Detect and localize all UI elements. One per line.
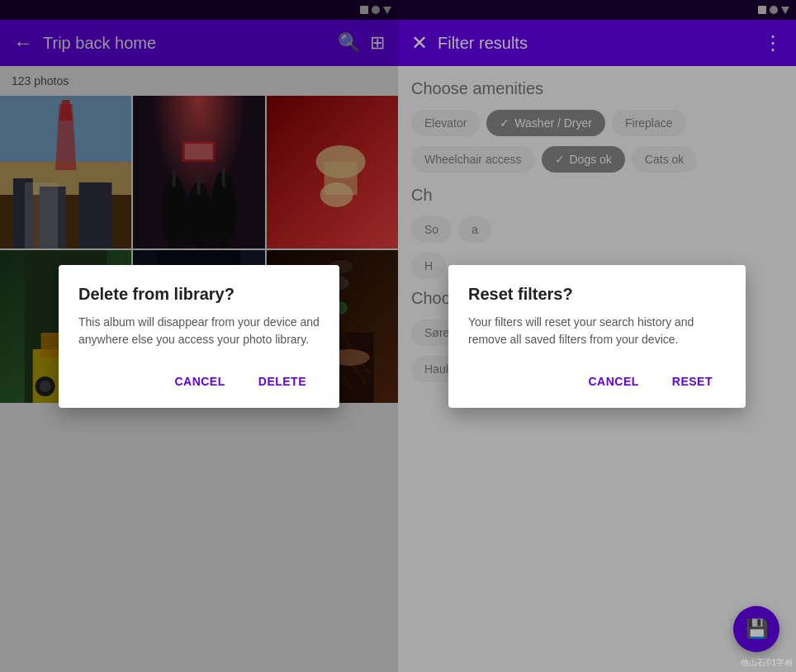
delete-dialog-title: Delete from library? <box>78 285 320 304</box>
reset-dialog-body: Your filters will reset your search hist… <box>468 314 726 348</box>
delete-dialog-overlay: Delete from library? This album will dis… <box>0 0 398 672</box>
reset-dialog-title: Reset filters? <box>468 285 726 304</box>
delete-confirm-button[interactable]: DELETE <box>245 368 320 395</box>
reset-confirm-button[interactable]: RESET <box>659 368 726 395</box>
delete-dialog-actions: CANCEL DELETE <box>78 368 320 395</box>
delete-dialog-body: This album will disappear from your devi… <box>78 314 320 348</box>
reset-dialog-overlay: Reset filters? Your filters will reset y… <box>398 0 796 672</box>
reset-dialog-actions: CANCEL RESET <box>468 368 726 395</box>
reset-cancel-button[interactable]: CANCEL <box>575 368 651 395</box>
right-panel: ✕ Filter results ⋮ Choose amenities Elev… <box>398 0 796 672</box>
watermark: 他山石©1字相 <box>741 657 793 669</box>
left-panel: ← Trip back home 🔍 ⊞ 123 photos <box>0 0 398 672</box>
delete-cancel-button[interactable]: CANCEL <box>161 368 238 395</box>
delete-dialog: Delete from library? This album will dis… <box>59 265 339 408</box>
reset-dialog: Reset filters? Your filters will reset y… <box>448 265 746 408</box>
